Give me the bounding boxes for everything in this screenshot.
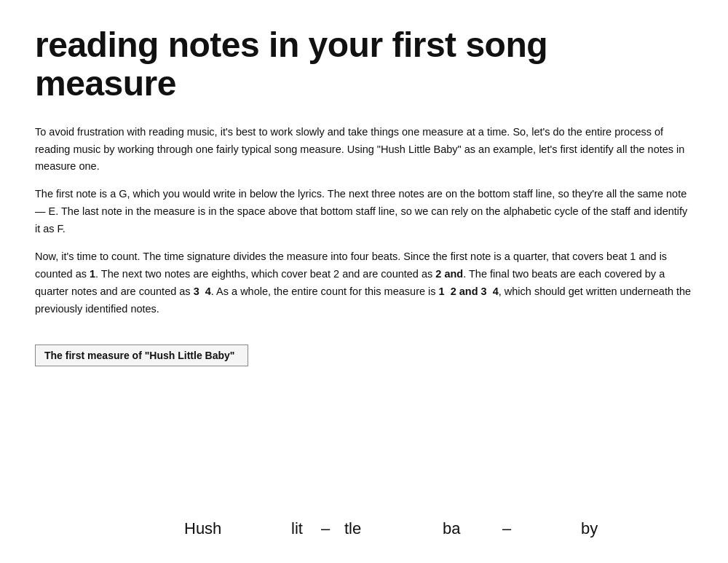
lyric-tle: tle [344, 519, 361, 538]
lyric-ba: ba [443, 519, 460, 538]
lyrics-row: Hush lit – tle ba – by [35, 519, 705, 563]
paragraph-2: The first note is a G, which you would w… [35, 186, 693, 238]
measure-label: The first measure of "Hush Little Baby" [35, 345, 248, 366]
lyric-dash1: – [321, 519, 330, 538]
page-title: reading notes in your first song measure [35, 26, 693, 103]
lyric-lit: lit [291, 519, 303, 538]
lyric-by: by [581, 519, 598, 538]
paragraph-1: To avoid frustration with reading music,… [35, 124, 693, 176]
paragraph-3: Now, it's time to count. The time signat… [35, 248, 693, 318]
lyric-hush: Hush [184, 519, 221, 538]
lyric-dash2: – [502, 519, 511, 538]
